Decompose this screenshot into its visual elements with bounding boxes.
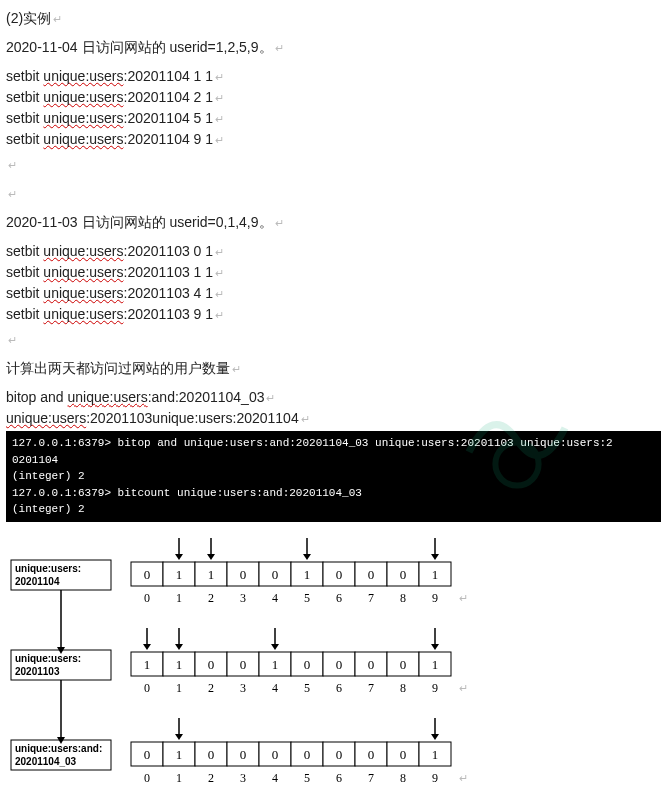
svg-text:0: 0 [304,657,311,672]
svg-text:unique:users:and:: unique:users:and: [15,743,102,754]
svg-text:5: 5 [304,681,310,695]
svg-marker-45 [143,644,151,650]
svg-text:0: 0 [336,657,343,672]
svg-text:2: 2 [208,681,214,695]
svg-text:0: 0 [304,747,311,762]
setbit-line: setbit unique:users:20201103 0 1 [6,241,661,262]
svg-text:4: 4 [272,591,278,605]
svg-text:1: 1 [144,657,151,672]
blank-line-2 [6,183,661,204]
svg-text:1: 1 [432,657,439,672]
bitop-and-cmd: bitop and unique:users:and:20201104_03 u… [6,387,661,429]
svg-text:unique:users:: unique:users: [15,653,81,664]
svg-text:0: 0 [144,771,150,785]
svg-text:1: 1 [176,771,182,785]
svg-text:0: 0 [240,567,247,582]
svg-text:0: 0 [336,747,343,762]
svg-marker-5 [207,554,215,560]
svg-text:3: 3 [240,681,246,695]
terminal-output-and: 127.0.0.1:6379> bitop and unique:users:a… [6,431,661,522]
svg-text:0: 0 [368,747,375,762]
bitmap-diagram: unique:users:202011040011120304150607081… [6,532,661,794]
svg-text:5: 5 [304,771,310,785]
svg-text:1: 1 [208,567,215,582]
svg-text:0: 0 [208,747,215,762]
terminal-line: (integer) 2 [12,501,655,518]
svg-text:unique:users:: unique:users: [15,563,81,574]
svg-marker-3 [175,554,183,560]
blank-line-1 [6,154,661,175]
svg-text:9: 9 [432,771,438,785]
svg-text:1: 1 [176,657,183,672]
svg-marker-89 [431,734,439,740]
svg-text:4: 4 [272,681,278,695]
commands-1103: setbit unique:users:20201103 0 1setbit u… [6,241,661,325]
terminal-line: 127.0.0.1:6379> bitcount unique:users:an… [12,485,655,502]
svg-text:↵: ↵ [459,772,468,784]
setbit-line: setbit unique:users:20201103 1 1 [6,262,661,283]
svg-text:1: 1 [176,591,182,605]
svg-text:5: 5 [304,591,310,605]
svg-text:1: 1 [176,747,183,762]
svg-text:20201103: 20201103 [15,666,60,677]
setbit-line: setbit unique:users:20201104 9 1 [6,129,661,150]
setbit-line: setbit unique:users:20201104 1 1 [6,66,661,87]
p-userids-1103: 2020-11-03 日访问网站的 userid=0,1,4,9。 [6,212,661,233]
commands-1104: setbit unique:users:20201104 1 1setbit u… [6,66,661,150]
svg-text:1: 1 [432,567,439,582]
terminal-line: (integer) 2 [12,468,655,485]
svg-text:1: 1 [432,747,439,762]
svg-marker-51 [431,644,439,650]
svg-text:0: 0 [144,747,151,762]
svg-text:0: 0 [144,591,150,605]
svg-text:9: 9 [432,681,438,695]
setbit-line: setbit unique:users:20201103 4 1 [6,283,661,304]
svg-text:↵: ↵ [459,592,468,604]
svg-text:0: 0 [240,747,247,762]
terminal-line: 127.0.0.1:6379> bitop and unique:users:a… [12,435,655,452]
svg-text:1: 1 [272,657,279,672]
svg-text:0: 0 [400,747,407,762]
svg-marker-47 [175,644,183,650]
svg-marker-87 [175,734,183,740]
setbit-line: setbit unique:users:20201104 5 1 [6,108,661,129]
svg-text:3: 3 [240,771,246,785]
svg-marker-49 [271,644,279,650]
svg-text:4: 4 [272,771,278,785]
setbit-line: setbit unique:users:20201104 2 1 [6,87,661,108]
svg-text:0: 0 [272,567,279,582]
svg-text:2: 2 [208,771,214,785]
svg-text:6: 6 [336,681,342,695]
svg-text:6: 6 [336,591,342,605]
p-both-days: 计算出两天都访问过网站的用户数量 [6,358,661,379]
svg-text:0: 0 [144,567,151,582]
svg-text:0: 0 [336,567,343,582]
svg-text:0: 0 [368,567,375,582]
svg-text:0: 0 [368,657,375,672]
svg-text:0: 0 [400,657,407,672]
svg-text:6: 6 [336,771,342,785]
svg-text:8: 8 [400,591,406,605]
svg-text:1: 1 [304,567,311,582]
svg-text:20201104_03: 20201104_03 [15,756,77,767]
svg-text:2: 2 [208,591,214,605]
svg-text:0: 0 [240,657,247,672]
svg-text:0: 0 [400,567,407,582]
svg-text:7: 7 [368,681,374,695]
svg-text:3: 3 [240,591,246,605]
svg-marker-9 [431,554,439,560]
svg-text:↵: ↵ [459,682,468,694]
svg-text:7: 7 [368,771,374,785]
svg-marker-7 [303,554,311,560]
svg-text:0: 0 [144,681,150,695]
svg-text:1: 1 [176,681,182,695]
svg-text:9: 9 [432,591,438,605]
setbit-line: setbit unique:users:20201103 9 1 [6,304,661,325]
svg-text:7: 7 [368,591,374,605]
p-userids-1104: 2020-11-04 日访问网站的 userid=1,2,5,9。 [6,37,661,58]
terminal-line: 0201104 [12,452,655,469]
svg-text:0: 0 [272,747,279,762]
section-heading: (2)实例 [6,8,661,29]
blank-line-3 [6,329,661,350]
svg-text:1: 1 [176,567,183,582]
